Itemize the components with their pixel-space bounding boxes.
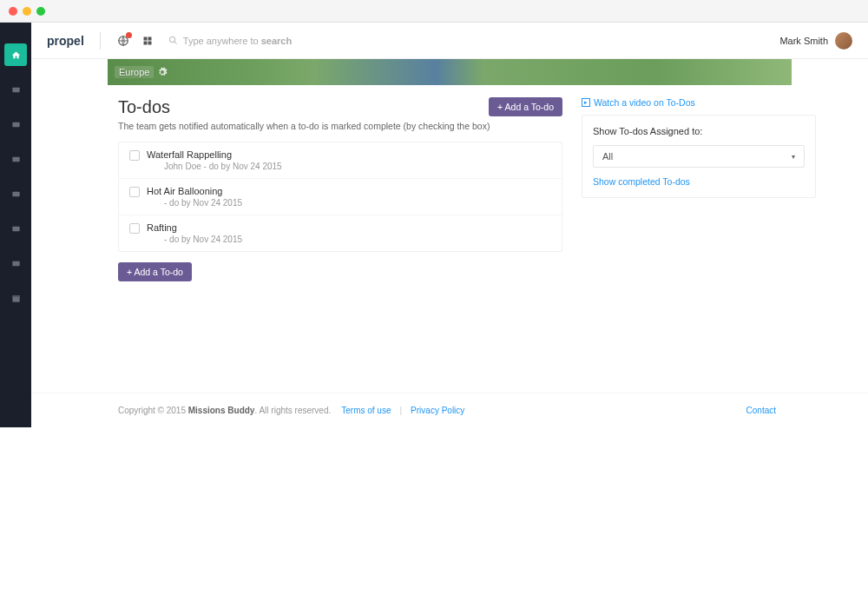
svg-rect-9 bbox=[143, 36, 147, 40]
notifications-button[interactable] bbox=[116, 34, 130, 48]
search-placeholder-text: Type anywhere to search bbox=[183, 36, 292, 46]
window-chrome bbox=[0, 0, 868, 23]
svg-rect-11 bbox=[143, 41, 147, 44]
folder-icon bbox=[11, 155, 21, 164]
todo-list: Waterfall Rappelling John Doe - do by No… bbox=[118, 142, 562, 252]
todo-title-label[interactable]: Rafting bbox=[147, 222, 551, 233]
divider: | bbox=[400, 406, 403, 415]
svg-line-14 bbox=[174, 42, 177, 44]
todo-meta-label: John Doe - do by Nov 24 2015 bbox=[147, 162, 551, 171]
sidebar-item-nav-5[interactable] bbox=[4, 217, 27, 240]
divider bbox=[100, 32, 101, 50]
todo-checkbox[interactable] bbox=[129, 150, 140, 161]
add-todo-top-button[interactable]: + Add a To-do bbox=[489, 97, 562, 116]
assigned-filter-select[interactable]: All ▾ bbox=[593, 145, 805, 168]
sidebar-item-nav-4[interactable] bbox=[4, 182, 27, 205]
gear-icon[interactable] bbox=[157, 67, 168, 77]
folder-icon bbox=[11, 259, 21, 268]
folder-icon bbox=[11, 120, 21, 129]
project-name-label: Europe bbox=[115, 66, 154, 78]
todo-title-label[interactable]: Waterfall Rappelling bbox=[147, 149, 551, 160]
apps-grid-icon bbox=[142, 36, 153, 46]
watch-video-link[interactable]: ▸ Watch a video on To-Dos bbox=[582, 97, 816, 108]
svg-rect-1 bbox=[12, 122, 19, 127]
svg-rect-2 bbox=[12, 156, 19, 162]
apps-button[interactable] bbox=[141, 34, 155, 48]
chevron-down-icon: ▾ bbox=[792, 153, 795, 161]
todo-meta-label: - do by Nov 24 2015 bbox=[147, 198, 551, 208]
assigned-filter-value: All bbox=[602, 151, 613, 162]
todo-meta-label: - do by Nov 24 2015 bbox=[147, 235, 551, 244]
todo-item: Waterfall Rappelling John Doe - do by No… bbox=[119, 142, 562, 179]
todo-checkbox[interactable] bbox=[129, 223, 140, 234]
avatar[interactable] bbox=[835, 32, 852, 50]
svg-rect-12 bbox=[148, 41, 151, 44]
video-icon: ▸ bbox=[582, 98, 590, 107]
topbar: propel Type anywhere to search Mark Smit… bbox=[31, 23, 868, 59]
contact-link[interactable]: Contact bbox=[746, 406, 776, 415]
search-icon bbox=[168, 36, 178, 45]
video-link-label: Watch a video on To-Dos bbox=[594, 97, 695, 108]
copyright-text: Copyright © 2015 Missions Buddy. All rig… bbox=[118, 406, 331, 415]
svg-rect-5 bbox=[12, 261, 19, 266]
project-banner: Europe bbox=[108, 59, 792, 85]
sidebar-item-nav-1[interactable] bbox=[4, 78, 27, 101]
sidebar-item-calendar[interactable] bbox=[4, 287, 27, 309]
folder-icon bbox=[11, 189, 21, 199]
show-completed-link[interactable]: Show completed To-dos bbox=[593, 176, 805, 187]
sidebar-item-nav-6[interactable] bbox=[4, 252, 27, 274]
folder-icon bbox=[11, 85, 21, 95]
sidebar-item-nav-3[interactable] bbox=[4, 148, 27, 170]
window-maximize-icon[interactable] bbox=[36, 7, 45, 16]
notification-badge-icon bbox=[126, 32, 132, 38]
sidebar-item-nav-2[interactable] bbox=[4, 113, 27, 135]
todo-checkbox[interactable] bbox=[129, 187, 140, 197]
search-input[interactable]: Type anywhere to search bbox=[168, 36, 292, 46]
folder-icon bbox=[11, 224, 21, 234]
filter-panel: Show To-dos Assigned to: All ▾ Show comp… bbox=[582, 115, 816, 198]
home-icon bbox=[11, 50, 21, 60]
assigned-filter-label: Show To-dos Assigned to: bbox=[593, 126, 805, 136]
svg-rect-0 bbox=[12, 87, 19, 92]
todo-item: Hot Air Ballooning - do by Nov 24 2015 bbox=[119, 179, 562, 215]
window-minimize-icon[interactable] bbox=[23, 7, 31, 16]
todo-item: Rafting - do by Nov 24 2015 bbox=[119, 215, 562, 251]
footer: Copyright © 2015 Missions Buddy. All rig… bbox=[31, 393, 868, 427]
privacy-link[interactable]: Privacy Policy bbox=[411, 406, 464, 415]
svg-rect-10 bbox=[148, 36, 151, 40]
sidebar bbox=[0, 23, 31, 427]
page-title: To-dos bbox=[118, 97, 170, 117]
terms-link[interactable]: Terms of use bbox=[341, 406, 391, 415]
user-name[interactable]: Mark Smith bbox=[779, 36, 828, 46]
todo-title-label[interactable]: Hot Air Ballooning bbox=[147, 186, 551, 196]
svg-rect-7 bbox=[12, 295, 19, 297]
sidebar-item-home[interactable] bbox=[4, 43, 27, 66]
page-subtitle: The team gets notified automatically whe… bbox=[118, 121, 562, 131]
svg-point-13 bbox=[169, 36, 174, 42]
logo[interactable]: propel bbox=[47, 34, 84, 48]
svg-rect-4 bbox=[12, 226, 19, 231]
add-todo-bottom-button[interactable]: + Add a To-do bbox=[118, 262, 192, 281]
svg-rect-3 bbox=[12, 191, 19, 196]
window-close-icon[interactable] bbox=[9, 7, 17, 16]
calendar-icon bbox=[11, 294, 21, 303]
